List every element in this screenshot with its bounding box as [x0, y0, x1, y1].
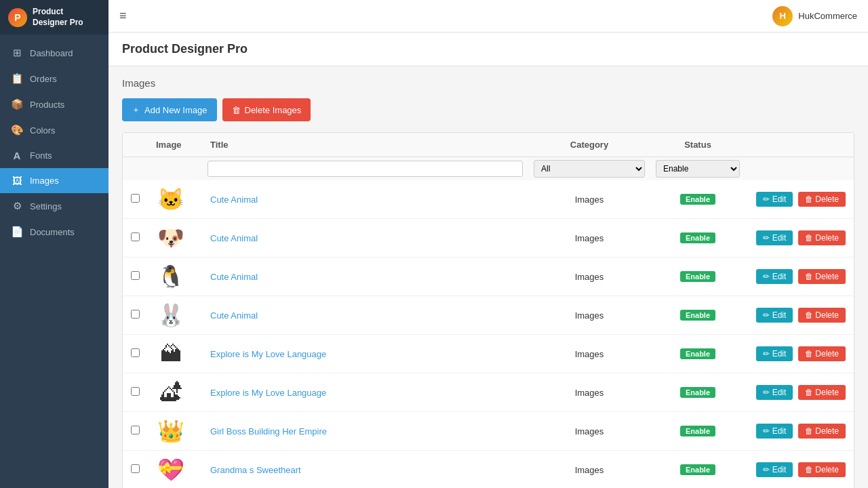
row-action-cell: ✏ Edit 🗑 Delete — [745, 335, 854, 373]
row-title-link[interactable]: Grandma s Sweetheart — [210, 465, 301, 475]
row-title-cell: Grandma s Sweetheart — [202, 451, 528, 489]
delete-button[interactable]: 🗑 Delete — [798, 269, 846, 284]
row-action-cell: ✏ Edit 🗑 Delete — [745, 412, 854, 451]
delete-button[interactable]: 🗑 Delete — [798, 346, 846, 361]
add-new-image-button[interactable]: ＋ Add New Image — [122, 98, 217, 121]
table-row: 🏔 Explore is My Love Language Images Ena… — [123, 335, 854, 373]
section-title: Images — [122, 77, 854, 89]
row-title-link[interactable]: Explore is My Love Language — [210, 388, 326, 398]
row-thumbnail: 🐰 — [156, 300, 186, 330]
menu-toggle[interactable]: ≡ — [119, 9, 127, 23]
table-row: 🐰 Cute Animal Images Enable ✏ Edit 🗑 Del… — [123, 296, 854, 335]
row-checkbox[interactable] — [131, 232, 140, 241]
row-title-link[interactable]: Cute Animal — [210, 310, 258, 321]
row-checkbox[interactable] — [131, 464, 140, 473]
edit-button[interactable]: ✏ Edit — [756, 269, 793, 284]
sidebar-label-products: Products — [30, 100, 64, 110]
plus-icon: ＋ — [132, 104, 140, 116]
edit-button[interactable]: ✏ Edit — [756, 230, 793, 245]
sidebar-item-orders[interactable]: 📋 Orders — [0, 66, 108, 92]
edit-button[interactable]: ✏ Edit — [756, 308, 793, 323]
edit-button[interactable]: ✏ Edit — [756, 424, 793, 439]
row-thumbnail: 🐱 — [156, 184, 186, 214]
col-header-checkbox — [123, 133, 148, 157]
delete-images-button[interactable]: 🗑 Delete Images — [222, 98, 311, 121]
row-thumbnail: 🐶 — [156, 223, 186, 253]
row-status-cell: Enable — [650, 219, 745, 258]
filter-image-cell — [148, 157, 202, 181]
col-header-title: Title — [202, 133, 528, 157]
sidebar: P Product Designer Pro ⊞ Dashboard 📋 Ord… — [0, 0, 108, 488]
row-image-cell: 👑 — [148, 412, 202, 451]
row-checkbox-cell — [123, 412, 148, 451]
sidebar-label-settings: Settings — [30, 201, 62, 211]
row-thumbnail: 🐧 — [156, 262, 186, 291]
edit-button[interactable]: ✏ Edit — [756, 192, 793, 207]
row-checkbox-cell — [123, 180, 148, 219]
row-status-cell: Enable — [650, 335, 745, 373]
delete-button[interactable]: 🗑 Delete — [798, 385, 846, 400]
row-checkbox-cell — [123, 335, 148, 373]
row-status-cell: Enable — [650, 412, 745, 451]
row-thumbnail: 💝 — [156, 455, 186, 485]
row-checkbox[interactable] — [131, 310, 140, 319]
topbar: ≡ H HukCommerce — [108, 0, 868, 33]
row-title-link[interactable]: Cute Animal — [210, 272, 258, 282]
sidebar-item-settings[interactable]: ⚙ Settings — [0, 193, 108, 219]
edit-button[interactable]: ✏ Edit — [756, 462, 793, 477]
category-filter-select[interactable]: All — [534, 160, 645, 178]
sidebar-item-dashboard[interactable]: ⊞ Dashboard — [0, 40, 108, 66]
row-status-cell: Enable — [650, 180, 745, 219]
row-status-cell: Enable — [650, 451, 745, 489]
delete-button[interactable]: 🗑 Delete — [798, 308, 846, 323]
documents-icon: 📄 — [11, 226, 23, 238]
row-status-cell: Enable — [650, 258, 745, 296]
filter-checkbox-cell — [123, 157, 148, 181]
sidebar-item-fonts[interactable]: A Fonts — [0, 143, 108, 168]
sidebar-header: P Product Designer Pro — [0, 0, 108, 35]
row-checkbox[interactable] — [131, 387, 140, 396]
sidebar-item-images[interactable]: 🖼 Images — [0, 168, 108, 193]
images-table: Image Title Category Status — [123, 133, 854, 488]
table-row: 💝 Grandma s Sweetheart Images Enable ✏ E… — [123, 451, 854, 489]
row-thumbnail: 🏔 — [156, 339, 186, 369]
delete-button[interactable]: 🗑 Delete — [798, 424, 846, 439]
row-title-link[interactable]: Girl Boss Building Her Empire — [210, 426, 327, 436]
row-checkbox[interactable] — [131, 426, 140, 434]
row-title-cell: Cute Animal — [202, 258, 528, 296]
images-table-wrapper: Image Title Category Status — [122, 132, 854, 488]
table-row: 🐧 Cute Animal Images Enable ✏ Edit 🗑 Del… — [123, 258, 854, 296]
delete-button[interactable]: 🗑 Delete — [798, 462, 846, 477]
edit-button[interactable]: ✏ Edit — [756, 385, 793, 400]
row-checkbox-cell — [123, 373, 148, 412]
row-title-link[interactable]: Explore is My Love Language — [210, 349, 326, 359]
row-title-link[interactable]: Cute Animal — [210, 195, 258, 205]
sidebar-item-products[interactable]: 📦 Products — [0, 92, 108, 117]
col-header-actions — [745, 133, 854, 157]
app-title: Product Designer Pro — [33, 7, 100, 28]
dashboard-icon: ⊞ — [11, 47, 23, 59]
delete-button[interactable]: 🗑 Delete — [798, 230, 846, 245]
row-action-cell: ✏ Edit 🗑 Delete — [745, 258, 854, 296]
delete-button[interactable]: 🗑 Delete — [798, 192, 846, 207]
sidebar-item-documents[interactable]: 📄 Documents — [0, 219, 108, 245]
main-area: ≡ H HukCommerce Product Designer Pro Ima… — [108, 0, 868, 488]
row-checkbox[interactable] — [131, 348, 140, 357]
row-thumbnail: 👑 — [156, 416, 186, 446]
row-title-cell: Explore is My Love Language — [202, 373, 528, 412]
filter-status-cell: Enable Disable — [650, 157, 745, 181]
row-action-cell: ✏ Edit 🗑 Delete — [745, 451, 854, 489]
row-title-link[interactable]: Cute Animal — [210, 233, 258, 243]
sidebar-item-colors[interactable]: 🎨 Colors — [0, 117, 108, 143]
row-category-cell: Images — [528, 373, 650, 412]
row-image-cell: 🐧 — [148, 258, 202, 296]
row-category-cell: Images — [528, 219, 650, 258]
row-checkbox[interactable] — [131, 271, 140, 280]
title-filter-input[interactable] — [208, 161, 523, 177]
status-badge: Enable — [680, 232, 715, 243]
add-image-label: Add New Image — [144, 105, 208, 115]
status-filter-select[interactable]: Enable Disable — [656, 160, 740, 178]
edit-button[interactable]: ✏ Edit — [756, 346, 793, 361]
row-checkbox[interactable] — [131, 194, 140, 203]
status-badge: Enable — [680, 426, 715, 436]
